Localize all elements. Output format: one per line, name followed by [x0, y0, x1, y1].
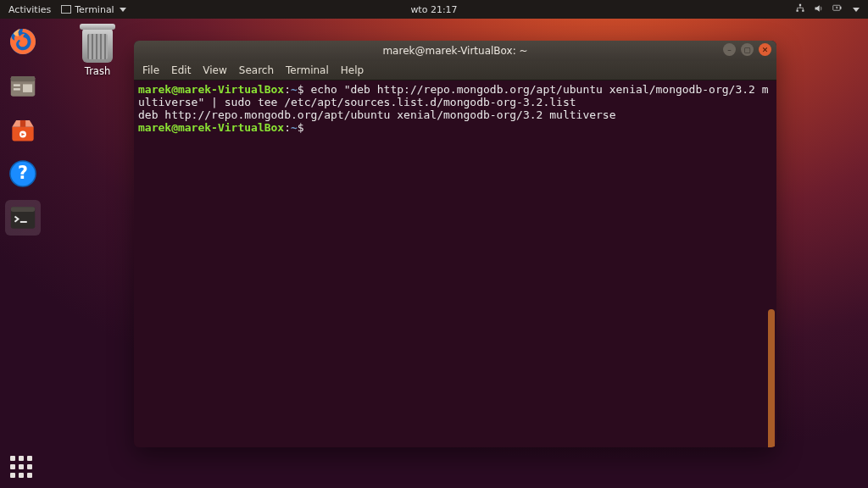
dock-app-firefox[interactable]	[5, 24, 41, 59]
svg-rect-7	[11, 76, 36, 81]
svg-rect-2	[802, 9, 804, 11]
battery-icon[interactable]	[832, 3, 843, 16]
system-menu-chevron-icon[interactable]	[853, 8, 860, 12]
svg-rect-10	[23, 84, 32, 92]
dock-app-files[interactable]	[5, 68, 41, 103]
svg-rect-0	[799, 3, 801, 5]
svg-rect-17	[11, 207, 36, 212]
prompt-path: ~	[291, 83, 298, 96]
svg-rect-4	[840, 6, 842, 8]
prompt-user: marek@marek-VirtualBox	[138, 83, 284, 96]
svg-rect-18	[20, 221, 27, 223]
app-menu[interactable]: Terminal	[61, 4, 126, 15]
desktop-trash-label: Trash	[68, 65, 127, 77]
desktop-trash[interactable]: Trash	[68, 29, 127, 77]
window-maximize-button[interactable]: ▢	[741, 43, 754, 56]
prompt-user-2: marek@marek-VirtualBox	[138, 121, 284, 134]
chevron-down-icon	[120, 8, 126, 12]
top-bar: Activities Terminal wto 21:17	[0, 0, 868, 19]
window-titlebar[interactable]: marek@marek-VirtualBox: ~ – ▢ ✕	[134, 41, 776, 61]
svg-text:?: ?	[18, 163, 28, 183]
terminal-scrollbar[interactable]	[768, 309, 775, 447]
terminal-body[interactable]: marek@marek-VirtualBox:~$ echo "deb http…	[134, 80, 776, 447]
dock-app-software[interactable]	[5, 112, 41, 147]
svg-rect-1	[797, 9, 798, 11]
dock-app-terminal[interactable]	[5, 200, 41, 236]
terminal-window: marek@marek-VirtualBox: ~ – ▢ ✕ File Edi…	[134, 41, 776, 447]
network-icon[interactable]	[795, 3, 805, 16]
svg-rect-9	[14, 88, 20, 90]
svg-rect-11	[20, 120, 25, 127]
activities-button[interactable]: Activities	[8, 4, 51, 15]
menu-edit[interactable]: Edit	[171, 64, 191, 76]
volume-icon[interactable]	[814, 3, 824, 16]
svg-rect-8	[14, 84, 20, 86]
menu-help[interactable]: Help	[341, 64, 364, 76]
terminal-output-1: deb http://repo.mongodb.org/apt/ubuntu x…	[138, 108, 772, 121]
menu-terminal[interactable]: Terminal	[286, 64, 329, 76]
app-menu-label: Terminal	[75, 4, 114, 15]
window-menubar: File Edit View Search Terminal Help	[134, 61, 776, 80]
show-applications-button[interactable]	[10, 456, 32, 478]
dock-app-help[interactable]: ?	[5, 156, 41, 191]
window-close-button[interactable]: ✕	[759, 43, 771, 56]
menu-search[interactable]: Search	[239, 64, 274, 76]
window-minimize-button[interactable]: –	[723, 43, 736, 56]
clock[interactable]: wto 21:17	[410, 4, 457, 15]
dock: ?	[0, 19, 46, 488]
menu-file[interactable]: File	[142, 64, 159, 76]
terminal-indicator-icon	[61, 5, 71, 14]
window-title: marek@marek-VirtualBox: ~	[382, 45, 527, 57]
prompt-path-2: ~	[291, 121, 298, 134]
menu-view[interactable]: View	[203, 64, 226, 76]
trash-icon	[82, 29, 113, 63]
